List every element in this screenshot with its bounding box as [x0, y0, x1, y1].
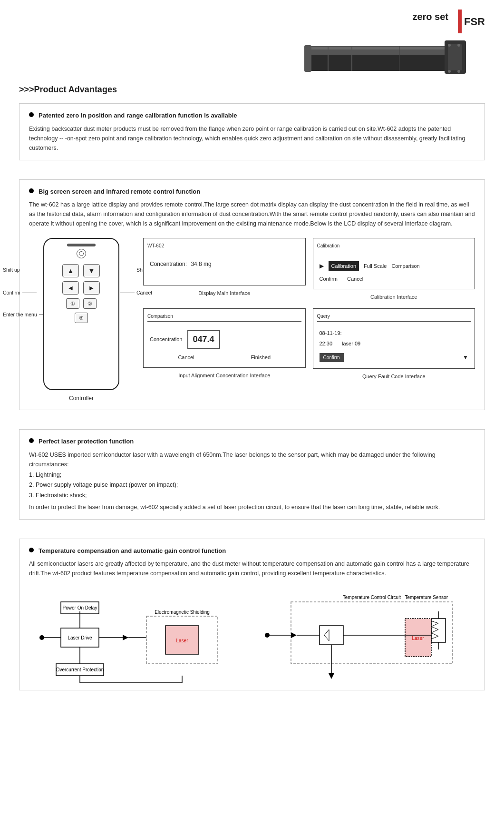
lcd-query-caption: Query Fault Code Interface: [362, 373, 426, 381]
page-title: >>>Product Advantages: [19, 83, 485, 96]
confirm-line: [22, 293, 37, 293]
section3-text1: Wt-602 USES imported semiconductor laser…: [29, 450, 475, 469]
ctrl-btn-left[interactable]: ◄: [62, 281, 79, 295]
laser-item-2: 2. Power supply voltage pulse impact (po…: [29, 481, 475, 490]
lcd-main-content: Concentration: 34.8 mg: [147, 255, 301, 273]
circuit2-svg: Temperature Control Circuit Temperature …: [259, 588, 475, 683]
em-shielding-text: Electromagnetic Shielding: [155, 610, 210, 615]
bullet-dot-1: [29, 112, 34, 117]
fsr-label: FSR: [464, 14, 485, 29]
svg-line-39: [324, 635, 329, 641]
ctrl-btn-5[interactable]: ⑤: [75, 313, 88, 323]
shift-up-line: [22, 270, 36, 270]
lcd-calibration-box: Calibration ▶ Calibration Full Scale Com…: [313, 238, 475, 289]
ctrl-btn-down[interactable]: ▼: [83, 264, 100, 277]
fsr-indicator: FSR: [458, 10, 485, 33]
lcd-comparison-wrap: Comparison Concentration 047.4 Cancel Fi…: [143, 308, 306, 381]
svg-rect-30: [431, 619, 446, 642]
comp-finished[interactable]: Finished: [251, 354, 271, 362]
lcd-concentration-label: Concentration:: [150, 261, 187, 267]
temp-sensor-text: Temperature Sensor: [405, 595, 448, 600]
ctrl-btn-right[interactable]: ►: [83, 281, 100, 295]
header-section: zero set FSR: [19, 10, 485, 79]
lcd-comparison-box: Comparison Concentration 047.4 Cancel Fi…: [143, 308, 306, 368]
lcd-main-tab: WT-602: [147, 242, 301, 251]
lcd-calibration-wrap: Calibration ▶ Calibration Full Scale Com…: [313, 238, 475, 301]
section4-title: Temperature compensation and automatic g…: [29, 546, 475, 556]
ctrl-number-row: ① ②: [44, 298, 118, 309]
ctrl-btn-up[interactable]: ▲: [62, 264, 79, 277]
section1-title: Patented zero in position and range cali…: [29, 111, 475, 120]
lcd-main-caption: Display Main Interface: [198, 289, 250, 297]
section2-heading: Big screen screen and infrared remote co…: [39, 187, 200, 197]
query-sensor: laser 09: [342, 340, 360, 348]
comp-cancel[interactable]: Cancel: [178, 354, 194, 362]
lcd-comp-content: Concentration 047.4 Cancel Finished: [147, 325, 301, 364]
query-time: 22:30: [320, 340, 333, 348]
svg-rect-37: [320, 626, 343, 645]
lcd-cal-tab: Calibration: [317, 242, 471, 251]
circuits-row: Laser Drive Power On Delay Overcurrent P…: [29, 588, 475, 683]
laser-drive-text: Laser Drive: [68, 635, 92, 640]
comp-value: 047.4: [187, 330, 220, 349]
laser-item-1: 1. Lightning;: [29, 471, 475, 480]
lcd-interfaces: WT-602 Concentration: 34.8 mg Display Ma…: [143, 238, 475, 380]
section4-text: All semiconductor lasers are greatly aff…: [29, 559, 475, 578]
svg-point-7: [448, 70, 451, 73]
query-confirm-btn[interactable]: Confirm: [320, 353, 344, 362]
device-image: [304, 36, 485, 79]
circuit1-svg: Laser Drive Power On Delay Overcurrent P…: [29, 588, 245, 683]
ctrl-btn-2[interactable]: ②: [83, 298, 97, 309]
svg-rect-4: [448, 44, 462, 70]
laser-text2: Laser: [412, 636, 424, 641]
lcd-cal-caption: Calibration Interface: [370, 293, 417, 301]
circuit2: Temperature Control Circuit Temperature …: [259, 588, 475, 683]
comp-actions: Cancel Finished: [150, 354, 299, 362]
laser-text1: Laser: [176, 638, 188, 643]
ctrl-top-bar: [67, 244, 96, 246]
power-on-delay-text: Power On Delay: [63, 605, 97, 610]
svg-point-5: [448, 44, 451, 47]
lcd-cal-content: ▶ Calibration Full Scale Comparison Conf…: [317, 255, 471, 285]
comp-concentration-row: Concentration 047.4: [150, 330, 299, 349]
lcd-main-box: WT-602 Concentration: 34.8 mg: [143, 238, 306, 285]
cal-cancel[interactable]: Cancel: [347, 275, 363, 283]
cancel-ctrl-label: Cancel: [136, 289, 152, 297]
cal-active-option: Calibration: [329, 261, 359, 271]
cal-fullscale: Full Scale: [364, 262, 387, 270]
lcd-query-box: Query 08-11-19: 22:30 laser 09 Confirm ▼: [313, 308, 475, 369]
lcd-query-content: 08-11-19: 22:30 laser 09 Confirm ▼: [317, 325, 471, 364]
svg-point-8: [457, 70, 460, 73]
ctrl-btn-5-row: ⑤: [44, 313, 118, 323]
controller-device: ▲ ▼ ◄ ► ① ② ⑤: [43, 238, 119, 390]
interfaces-row: Shift up Confirm Enter the menu: [29, 238, 475, 403]
lcd-query-wrap: Query 08-11-19: 22:30 laser 09 Confirm ▼: [313, 308, 475, 381]
bullet-dot-4: [29, 548, 34, 552]
section-big-screen: Big screen screen and infrared remote co…: [19, 179, 485, 411]
section2-text: The wt-602 has a large lattice display a…: [29, 200, 475, 228]
cancel-line: [120, 293, 135, 293]
product-advantages-title: >>>Product Advantages: [19, 83, 485, 96]
query-confirm-row: Confirm ▼: [320, 353, 469, 362]
section2-title: Big screen screen and infrared remote co…: [29, 187, 475, 197]
controller-label: Controller: [29, 394, 134, 403]
section-temperature: Temperature compensation and automatic g…: [19, 539, 485, 691]
header-right: zero set FSR: [304, 10, 485, 79]
lcd-comp-caption: Input Alignment Concentration Interface: [178, 372, 270, 380]
laser-item-3: 3. Electrostatic shock;: [29, 491, 475, 500]
lcd-concentration-value: 34.8 mg: [191, 261, 211, 267]
circuit1: Laser Drive Power On Delay Overcurrent P…: [29, 588, 245, 683]
svg-marker-35: [291, 632, 297, 638]
shift-down-line: [120, 270, 135, 270]
svg-rect-2: [309, 47, 461, 49]
cal-options: ▶ Calibration Full Scale Comparison: [320, 261, 469, 271]
cal-confirm[interactable]: Confirm: [320, 275, 338, 283]
confirm-label: Confirm: [3, 289, 20, 297]
ctrl-btn-1[interactable]: ①: [66, 298, 79, 309]
query-time-sensor: 22:30 laser 09: [320, 338, 469, 349]
section1-text: Existing backscatter dust meter products…: [29, 124, 475, 153]
ctrl-speaker: [77, 249, 86, 258]
bullet-dot-2: [29, 188, 34, 193]
zero-set-label: zero set: [412, 10, 448, 24]
temp-ctrl-text: Temperature Control Circuit: [343, 595, 401, 600]
